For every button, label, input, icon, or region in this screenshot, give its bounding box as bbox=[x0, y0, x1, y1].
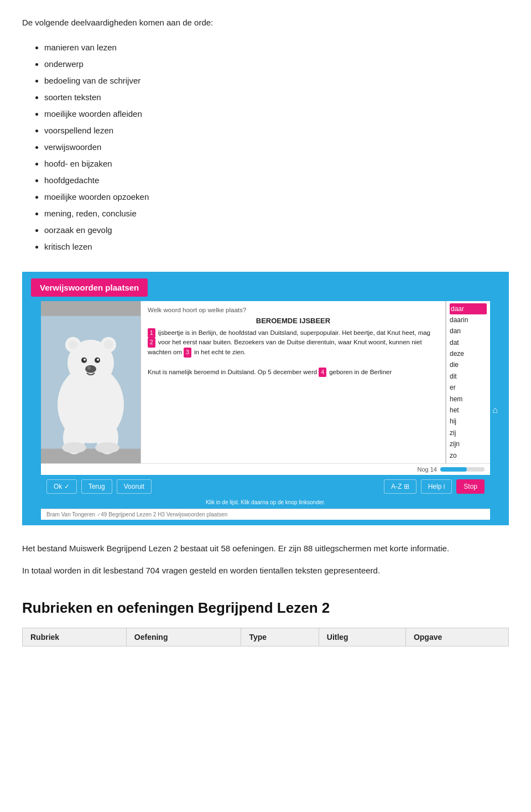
word-list-item[interactable]: dit bbox=[450, 371, 487, 382]
svg-point-10 bbox=[97, 358, 99, 360]
home-icon[interactable]: ⌂ bbox=[492, 405, 498, 415]
widget-body: Welk woord hoort op welke plaats? BEROEM… bbox=[31, 301, 500, 520]
section-heading: Rubrieken en oefeningen Begrijpend Lezen… bbox=[22, 599, 509, 617]
widget-word-list[interactable]: daar daarin dan dat deze die dit er hem … bbox=[446, 301, 490, 463]
table-header-type: Type bbox=[241, 628, 319, 646]
polar-bear-image bbox=[41, 301, 140, 463]
blank-2[interactable]: 2 bbox=[148, 338, 155, 348]
word-list-item[interactable]: hij bbox=[450, 416, 487, 427]
svg-point-5 bbox=[69, 340, 77, 349]
paragraph-1: Het bestand Muiswerk Begrijpend Lezen 2 … bbox=[22, 542, 509, 555]
widget-main: Welk woord hoort op welke plaats? BEROEM… bbox=[41, 301, 490, 520]
skill-item: voorspellend lezen bbox=[44, 122, 509, 139]
table-header-uitleg: Uitleg bbox=[319, 628, 405, 646]
widget-article-area: Welk woord hoort op welke plaats? BEROEM… bbox=[140, 301, 446, 463]
widget-header: Verwijswoorden plaatsen bbox=[31, 278, 148, 297]
skill-item: hoofdgedachte bbox=[44, 172, 509, 189]
article-title: BEROEMDE IJSBEER bbox=[148, 317, 439, 325]
skill-item: onderwerp bbox=[44, 56, 509, 73]
table-header-opgave: Opgave bbox=[405, 628, 508, 646]
widget-screenshot: Verwijswoorden plaatsen bbox=[22, 272, 509, 525]
word-list-item[interactable]: daarin bbox=[450, 314, 487, 325]
word-list-item-highlighted[interactable]: daar bbox=[450, 303, 487, 314]
blank-3[interactable]: 3 bbox=[184, 348, 191, 358]
widget-buttons-row: Ok ✓ Terug Vooruit A-Z ⊞ Help i Stop bbox=[41, 475, 490, 498]
word-list-item[interactable]: zijn bbox=[450, 438, 487, 449]
table-header-rubriek: Rubriek bbox=[23, 628, 127, 646]
skill-item: moeilijke woorden afleiden bbox=[44, 106, 509, 122]
word-list-item[interactable]: er bbox=[450, 382, 487, 393]
word-list-item[interactable]: zo bbox=[450, 450, 487, 461]
svg-point-6 bbox=[104, 340, 113, 349]
right-sidebar-decoration: ⌂ bbox=[490, 301, 500, 520]
word-list-item[interactable]: die bbox=[450, 359, 487, 370]
skill-item: moeilijke woorden opzoeken bbox=[44, 189, 509, 205]
widget-hint: Klik in de lijst. Klik daarna op de knop… bbox=[41, 498, 490, 509]
left-sidebar-decoration bbox=[31, 301, 41, 520]
word-list-item[interactable]: dat bbox=[450, 337, 487, 348]
article-body: 1 ijsbeertje is in Berlijn, de hoofdstad… bbox=[148, 328, 439, 377]
word-list-item[interactable]: dan bbox=[450, 325, 487, 337]
svg-point-9 bbox=[84, 358, 86, 360]
widget-footer: Bram Van Tongeren ♂49 Begrijpend Lezen 2… bbox=[41, 509, 490, 520]
stop-button[interactable]: Stop bbox=[456, 479, 485, 494]
widget-progress-row: Nog 14 bbox=[41, 463, 490, 475]
word-list-item[interactable]: het bbox=[450, 405, 487, 416]
skill-item: soorten teksten bbox=[44, 89, 509, 106]
article-text-4: geboren in de Berliner bbox=[329, 369, 392, 375]
progress-bar-fill bbox=[440, 467, 467, 472]
az-button[interactable]: A-Z ⊞ bbox=[384, 479, 417, 494]
word-list-item[interactable]: zij bbox=[450, 427, 487, 438]
skill-item: oorzaak en gevolg bbox=[44, 222, 509, 239]
progress-bar bbox=[440, 467, 485, 472]
terug-button[interactable]: Terug bbox=[81, 479, 112, 494]
paragraph-2: In totaal worden in dit lesbestand 704 v… bbox=[22, 564, 509, 577]
ok-button[interactable]: Ok ✓ bbox=[46, 479, 77, 494]
word-list-item[interactable]: hem bbox=[450, 394, 487, 405]
svg-point-11 bbox=[85, 365, 96, 373]
blank-4[interactable]: 4 bbox=[319, 368, 326, 377]
svg-point-16 bbox=[95, 442, 119, 453]
skill-item: mening, reden, conclusie bbox=[44, 205, 509, 222]
skill-item: hoofd- en bijzaken bbox=[44, 156, 509, 172]
skill-item: manieren van lezen bbox=[44, 39, 509, 56]
vooruit-button[interactable]: Vooruit bbox=[117, 479, 152, 494]
word-list-item[interactable]: deze bbox=[450, 348, 487, 359]
table-header-oefening: Oefening bbox=[126, 628, 241, 646]
svg-point-15 bbox=[62, 442, 86, 453]
skill-item: verwijswoorden bbox=[44, 139, 509, 156]
skill-item: kritisch lezen bbox=[44, 239, 509, 255]
blank-1[interactable]: 1 bbox=[148, 328, 155, 338]
skills-list: manieren van lezen onderwerp bedoeling v… bbox=[44, 39, 509, 255]
help-button[interactable]: Help i bbox=[421, 479, 452, 494]
rubrieken-table: Rubriek Oefening Type Uitleg Opgave bbox=[22, 628, 509, 647]
widget-question-text: Welk woord hoort op welke plaats? bbox=[148, 307, 439, 313]
skill-item: bedoeling van de schrijver bbox=[44, 73, 509, 89]
progress-label: Nog 14 bbox=[418, 466, 437, 473]
article-text-1: ijsbeertje is in Berlijn, de hoofdstad v… bbox=[158, 329, 430, 336]
svg-point-12 bbox=[87, 366, 91, 369]
widget-content-row: Welk woord hoort op welke plaats? BEROEM… bbox=[41, 301, 490, 463]
intro-lead: De volgende deelvaardigheden komen aan d… bbox=[22, 17, 509, 29]
